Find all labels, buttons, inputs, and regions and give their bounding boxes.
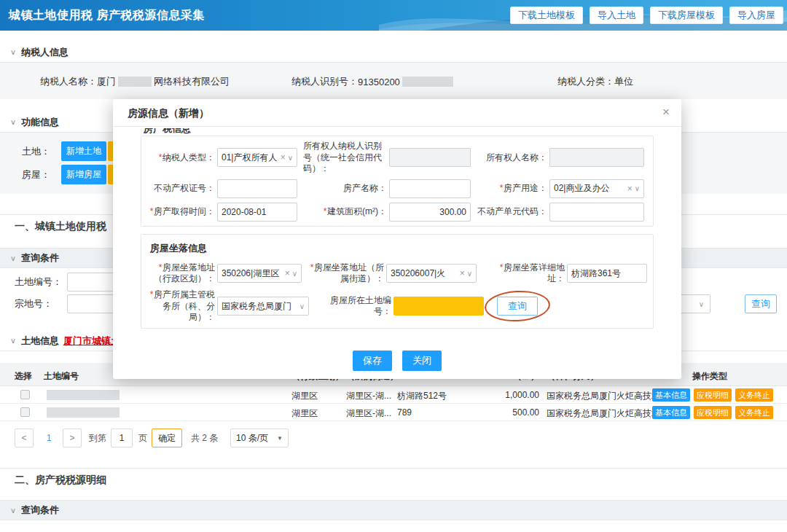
tax-detail-button[interactable]: 应税明细 xyxy=(694,388,732,402)
per-page-select[interactable]: 10 条/页 ▼ xyxy=(230,429,289,447)
chevron-down-icon: ▼ xyxy=(277,435,283,442)
required-asterisk: * xyxy=(149,206,153,216)
cell-street: 湖里区-湖... xyxy=(346,390,391,402)
owner-id-input xyxy=(389,148,471,167)
basic-info-button[interactable]: 基本信息 xyxy=(652,388,690,402)
cert-no-label: 不动产权证号： xyxy=(147,183,217,195)
redacted-land-no xyxy=(47,390,120,400)
required-asterisk: * xyxy=(149,289,153,300)
modal-close-button[interactable]: 关闭 xyxy=(402,351,442,371)
detail-address-input[interactable]: 枋湖路361号 xyxy=(567,264,647,283)
street-select[interactable]: 350206007|火 × ∨ xyxy=(386,264,477,283)
taxpayer-type-select[interactable]: 01|产权所有人 × ∨ xyxy=(217,148,297,167)
page-title: 城镇土地使用税 房产税税源信息采集 xyxy=(9,8,205,23)
goto-prefix-label: 到第 xyxy=(89,429,106,447)
building-area-input[interactable]: 300.00 xyxy=(389,203,471,222)
import-land-button[interactable]: 导入土地 xyxy=(590,7,643,24)
row-checkbox[interactable] xyxy=(20,407,30,417)
tax-office-label: *房产所属主管税务所（科、分局）： xyxy=(147,289,217,324)
download-house-template-button[interactable]: 下载房屋模板 xyxy=(650,7,723,24)
house-label: 房屋： xyxy=(22,165,50,184)
modal-land-query-button[interactable]: 查询 xyxy=(497,297,538,316)
download-land-template-button[interactable]: 下载土地模板 xyxy=(510,7,583,24)
cert-no-input[interactable] xyxy=(217,179,297,198)
basic-info-button[interactable]: 基本信息 xyxy=(652,406,690,419)
land-info-link[interactable]: 厦门市城镇土 xyxy=(63,335,120,348)
total-count-label: 共 2 条 xyxy=(191,429,218,447)
cell-address: 枋湖路512号 xyxy=(397,390,447,402)
taxpayer-name-group: 纳税人名称： 厦门 网络科技有限公司 xyxy=(40,75,230,88)
taxpayer-type-label: *纳税人类型： xyxy=(147,152,217,164)
chevron-down-icon: ∨ xyxy=(288,154,293,162)
land-label: 土地： xyxy=(22,141,50,161)
end-obligation-button[interactable]: 义务终止 xyxy=(735,406,773,419)
add-land-button[interactable]: 新增土地 xyxy=(61,141,106,161)
house-name-input[interactable] xyxy=(389,179,471,198)
modal-body: 房产税信息 *纳税人类型： 01|产权所有人 × ∨ 所有权人纳税人识别号（统一… xyxy=(113,127,681,371)
end-obligation-button[interactable]: 义务终止 xyxy=(735,388,773,402)
taxpayer-id-label: 纳税人识别号： xyxy=(291,75,358,88)
taxpayer-id-group: 纳税人识别号： 91350200 xyxy=(291,75,455,88)
land-query-wrap: 查询 xyxy=(497,297,538,316)
current-page[interactable]: 1 xyxy=(41,429,57,447)
land-no-label: 房屋所在土地编号： xyxy=(315,295,394,318)
unit-code-input[interactable] xyxy=(549,203,644,222)
goto-confirm-button[interactable]: 确定 xyxy=(152,429,182,447)
owner-name-input xyxy=(549,148,644,167)
location-section-title: 房屋坐落信息 xyxy=(150,242,647,255)
land-query-button[interactable]: 查询 xyxy=(745,294,777,313)
tax-office-select[interactable]: 国家税务总局厦门 ∨ xyxy=(217,297,309,316)
clear-icon[interactable]: × xyxy=(627,184,633,194)
required-asterisk: * xyxy=(499,183,503,193)
house-source-modal: 房源信息（新增） × 房产税信息 *纳税人类型： 01|产权所有人 × ∨ 所有… xyxy=(113,99,681,379)
taxpayer-section-header[interactable]: ∨ 纳税人信息 xyxy=(0,42,787,63)
taxpayer-category-value: 单位 xyxy=(614,75,633,88)
clear-icon[interactable]: × xyxy=(281,152,286,163)
modal-title: 房源信息（新增） xyxy=(128,107,209,120)
house-name-label: 房产名称： xyxy=(303,183,389,195)
add-house-button[interactable]: 新增房屋 xyxy=(61,165,106,184)
redacted-land-no xyxy=(47,407,120,418)
required-asterisk: * xyxy=(158,262,162,273)
required-asterisk: * xyxy=(158,152,162,163)
owner-id-label: 所有权人纳税人识别号（统一社会信用代码）： xyxy=(303,141,389,175)
close-icon[interactable]: × xyxy=(662,105,670,120)
clipped-section-title: 房产税信息 xyxy=(144,128,667,136)
district-select[interactable]: 350206|湖里区 × ∨ xyxy=(217,264,302,283)
cell-district: 湖里区 xyxy=(291,407,318,420)
chevron-down-icon: ∨ xyxy=(10,118,16,127)
cell-district: 湖里区 xyxy=(291,390,318,402)
cell-area: 1,000.00 xyxy=(481,390,539,400)
cell-office: 国家税务总局厦门火炬高技术... xyxy=(547,390,667,402)
functions-section-title: 功能信息 xyxy=(21,116,59,129)
row-checkbox[interactable] xyxy=(20,390,30,399)
redacted-block xyxy=(402,77,453,87)
clear-icon[interactable]: × xyxy=(460,268,465,278)
import-house-button[interactable]: 导入房屋 xyxy=(729,7,783,24)
next-page-button[interactable]: > xyxy=(63,429,82,447)
col-land-no-header: 土地编号 xyxy=(44,370,79,383)
goto-suffix-label: 页 xyxy=(138,429,147,447)
chevron-down-icon: ∨ xyxy=(292,270,297,278)
house-query-bar[interactable]: ∨ 查询条件 xyxy=(0,500,787,520)
usage-select[interactable]: 02|商业及办公 × ∨ xyxy=(549,179,644,198)
section-divider xyxy=(0,468,787,469)
acquired-date-input[interactable]: 2020-08-01 xyxy=(217,203,297,222)
clear-icon[interactable]: × xyxy=(285,268,290,278)
goto-page-input[interactable]: 1 xyxy=(111,429,133,447)
chevron-down-icon: ∨ xyxy=(699,300,704,308)
taxpayer-category-group: 纳税人分类： 单位 xyxy=(557,75,633,88)
prev-page-button[interactable]: < xyxy=(15,429,34,447)
land-no-input[interactable] xyxy=(394,297,484,316)
app-header: 城镇土地使用税 房产税税源信息采集 下载土地模板 导入土地 下载房屋模板 导入房… xyxy=(0,0,787,31)
chevron-down-icon: ∨ xyxy=(635,184,640,192)
col-actions-header: 操作类型 xyxy=(692,370,727,383)
parcel-no-filter-label: 宗地号： xyxy=(15,294,52,313)
house-tax-section-title: 二、房产税税源明细 xyxy=(15,474,106,487)
owner-name-label: 所有权人名称： xyxy=(477,152,549,164)
save-button[interactable]: 保存 xyxy=(353,351,392,371)
cell-office: 国家税务总局厦门火炬高技术... xyxy=(547,407,667,420)
tax-detail-button[interactable]: 应税明细 xyxy=(694,406,732,419)
street-label: *房屋坐落地址（所属街道）： xyxy=(308,262,386,285)
chevron-down-icon: ∨ xyxy=(10,337,16,345)
